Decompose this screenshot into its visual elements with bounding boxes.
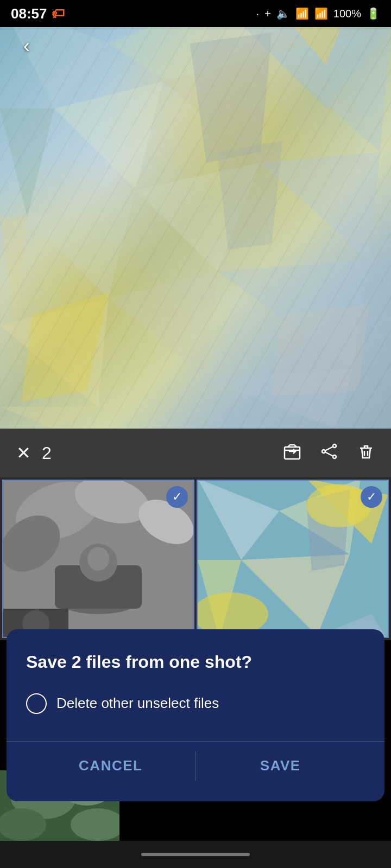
status-time-group: 08:57 🏷 [11, 5, 65, 22]
back-button[interactable]: ‹ [13, 33, 40, 60]
save-button[interactable]: SAVE [196, 742, 365, 790]
thumbnail-image-1 [3, 481, 193, 637]
svg-point-24 [333, 455, 336, 458]
thumbnail-image-2 [198, 481, 388, 637]
save-dialog: Save 2 files from one shot? Delete other… [7, 629, 384, 801]
thumbnails-row: ✓ ✓ [0, 477, 391, 640]
time-display: 08:57 [11, 5, 47, 22]
dialog-title: Save 2 files from one shot? [26, 651, 365, 674]
close-selection-button[interactable]: ✕ [16, 443, 31, 463]
battery-percent: 100% [333, 8, 361, 20]
share-button[interactable] [320, 443, 338, 464]
signal-icon: 📶 [314, 7, 328, 20]
dot-icon: · [256, 8, 260, 20]
move-to-folder-button[interactable] [283, 443, 301, 464]
selection-count: 2 [42, 443, 52, 463]
status-icons-group: · + 🔈 📶 📶 100% 🔋 [256, 7, 380, 20]
cancel-button[interactable]: CANCEL [26, 742, 195, 790]
selection-toolbar: ✕ 2 [0, 429, 391, 477]
status-bar: 08:57 🏷 · + 🔈 📶 📶 100% 🔋 [0, 0, 391, 27]
toolbar-right [283, 443, 375, 464]
svg-line-25 [325, 446, 333, 450]
svg-rect-21 [285, 447, 300, 459]
wifi-icon: 📶 [295, 7, 309, 20]
bluetooth-icon: + [264, 8, 271, 20]
thumbnail-item-2[interactable]: ✓ [197, 480, 389, 638]
back-arrow-icon: ‹ [23, 36, 30, 56]
delete-unselect-label: Delete other unselect files [56, 695, 219, 712]
pin-icon: 🏷 [52, 6, 65, 21]
svg-point-49 [306, 484, 371, 527]
bottom-nav-bar [0, 841, 391, 868]
svg-line-26 [325, 452, 333, 456]
artistic-overlay [0, 0, 391, 429]
delete-unselect-checkbox[interactable] [26, 693, 47, 714]
svg-point-38 [87, 547, 109, 571]
battery-icon: 🔋 [367, 7, 380, 20]
thumbnail-item-1[interactable]: ✓ [2, 480, 194, 638]
delete-button[interactable] [357, 443, 375, 464]
thumbnail-check-2: ✓ [361, 486, 382, 508]
svg-point-23 [322, 450, 325, 453]
toolbar-left: ✕ 2 [16, 443, 283, 463]
main-image-area [0, 0, 391, 429]
delete-unselect-row[interactable]: Delete other unselect files [26, 693, 365, 714]
svg-point-22 [333, 444, 336, 448]
dialog-buttons: CANCEL SAVE [26, 742, 365, 790]
volume-icon: 🔈 [276, 7, 290, 20]
artistic-background [0, 0, 391, 429]
thumbnail-check-1: ✓ [166, 486, 188, 508]
home-indicator [141, 853, 250, 856]
